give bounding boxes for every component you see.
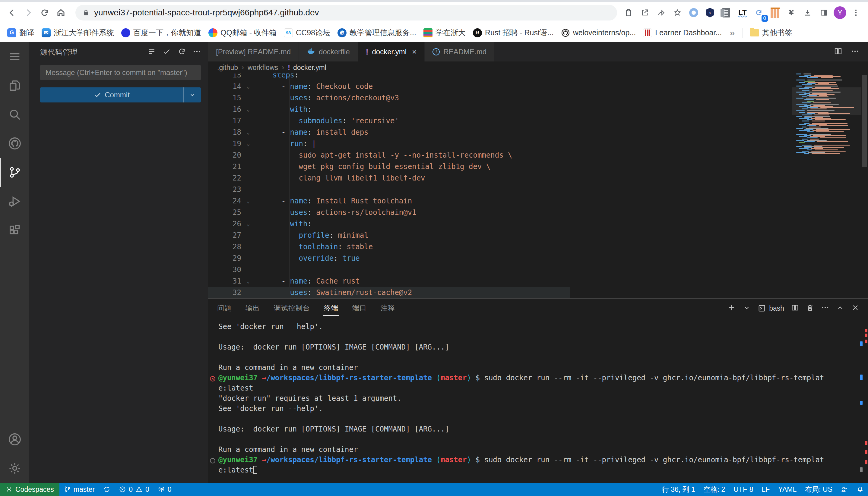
extension-circle-icon[interactable]: [687, 6, 700, 19]
panel-tab-调试控制台[interactable]: 调试控制台: [273, 301, 311, 316]
code-line[interactable]: 22 clang llvm libelf1 libelf-dev: [208, 172, 792, 184]
panel-action-trash[interactable]: [806, 304, 814, 313]
code-line[interactable]: 32 uses: Swatinem/rust-cache@v2: [208, 287, 792, 298]
panel-tab-问题[interactable]: 问题: [216, 301, 232, 316]
code-line[interactable]: 19⌄ run: |: [208, 138, 792, 150]
fold-chevron-icon[interactable]: ⌄: [241, 218, 255, 230]
status-problems[interactable]: 00: [115, 483, 153, 496]
status-cursor-position[interactable]: 行 36, 列 1: [658, 483, 699, 496]
puzzle-icon[interactable]: [785, 6, 798, 19]
code-line[interactable]: 24⌄ - name: Install Rust toolchain: [208, 195, 792, 207]
scm-action-refresh[interactable]: [177, 47, 186, 57]
breadcrumb-item[interactable]: workflows: [248, 64, 278, 72]
activitybar-search[interactable]: [0, 100, 29, 129]
shell-selector[interactable]: bash: [758, 304, 784, 312]
breadcrumb-file[interactable]: !docker.yml: [288, 63, 326, 72]
activitybar-explorer[interactable]: [0, 71, 29, 100]
bookmark-item[interactable]: QQ邮箱 - 收件箱: [205, 26, 280, 40]
reload-icon[interactable]: [38, 6, 51, 19]
activitybar-extensions[interactable]: [0, 216, 29, 245]
extension-shield-icon[interactable]: ›: [703, 6, 717, 19]
code-line[interactable]: 25 uses: actions-rs/toolchain@v1: [208, 207, 792, 218]
activitybar-menu[interactable]: [0, 42, 29, 71]
code-line[interactable]: 14⌄ - name: Checkout code: [208, 81, 792, 92]
bookmark-item[interactable]: 学在浙大: [420, 26, 469, 40]
status-codespaces[interactable]: Codespaces: [0, 483, 59, 496]
close-icon[interactable]: ×: [412, 47, 417, 57]
code-line[interactable]: 18⌄ - name: install deps: [208, 127, 792, 138]
bookmark-item[interactable]: 教教学管理信息服务...: [334, 26, 419, 40]
breadcrumb-item[interactable]: .github: [217, 64, 238, 72]
clipboard-icon[interactable]: [622, 6, 635, 19]
bookmark-item[interactable]: weloveinterns/op...: [558, 26, 639, 40]
status-keyboard-layout[interactable]: 布局: US: [801, 483, 837, 496]
panel-action-split-editor[interactable]: [791, 304, 799, 313]
tab--preview-readme-md[interactable]: [Preview] README.md: [208, 42, 299, 61]
code-line[interactable]: 17 submodules: 'recursive': [208, 115, 792, 127]
other-bookmarks[interactable]: 其他书签: [747, 26, 795, 40]
code-line[interactable]: 28 toolchain: stable: [208, 241, 792, 252]
sidebar-icon[interactable]: [817, 6, 830, 19]
status-branch[interactable]: master: [59, 483, 99, 496]
activitybar-account[interactable]: [0, 425, 29, 454]
status-notifications[interactable]: [852, 483, 868, 496]
download-icon[interactable]: [801, 6, 814, 19]
tab-readme-md[interactable]: iREADME.md: [425, 42, 495, 61]
tab-dockerfile[interactable]: dockerfile: [299, 42, 358, 61]
activitybar-source-control[interactable]: [0, 158, 29, 187]
fold-chevron-icon[interactable]: ⌄: [241, 138, 255, 150]
code-line[interactable]: 15 uses: actions/checkout@v3: [208, 92, 792, 104]
panel-action-chevron-up[interactable]: [836, 304, 844, 313]
scm-action-ellipsis[interactable]: [192, 47, 201, 57]
panel-action-add[interactable]: [728, 304, 736, 313]
editor-action-split-editor[interactable]: [834, 47, 843, 57]
status-feedback[interactable]: [837, 483, 852, 496]
bookmark-item[interactable]: ✉浙江大学邮件系统: [39, 26, 117, 40]
code-line[interactable]: 27 profile: minimal: [208, 230, 792, 241]
status-sync[interactable]: [99, 483, 115, 496]
back-icon[interactable]: [5, 6, 19, 19]
activitybar-settings-gear[interactable]: [0, 454, 29, 483]
breadcrumb[interactable]: .github›workflows›!docker.yml: [208, 61, 868, 74]
panel-action-close[interactable]: [851, 304, 859, 313]
fold-chevron-icon[interactable]: ⌄: [241, 195, 255, 207]
scm-action-check[interactable]: [162, 47, 171, 57]
code-line[interactable]: 21 wget pkg-config build-essential zlib1…: [208, 161, 792, 172]
tab-docker-yml[interactable]: !docker.yml×: [358, 42, 425, 61]
fold-chevron-icon[interactable]: ⌄: [241, 81, 255, 92]
status-indentation[interactable]: 空格: 2: [699, 483, 730, 496]
code-line[interactable]: 13 steps:: [208, 74, 792, 81]
status-encoding[interactable]: UTF-8: [729, 483, 757, 496]
open-in-new-icon[interactable]: [638, 6, 652, 19]
code-area[interactable]: 13 steps:14⌄ - name: Checkout code15 use…: [208, 74, 792, 298]
extension-pencils-icon[interactable]: [768, 6, 782, 19]
status-ports[interactable]: 0: [153, 483, 176, 496]
address-bar[interactable]: yunwei37-potential-space-trout-rpr5qwj66…: [75, 5, 617, 20]
commit-button[interactable]: Commit: [40, 88, 201, 103]
fold-chevron-icon[interactable]: ⌄: [241, 104, 255, 115]
star-icon[interactable]: [671, 6, 684, 19]
bookmark-item[interactable]: RRust 招聘 - Rust语...: [470, 26, 557, 40]
panel-tab-端口[interactable]: 端口: [351, 301, 367, 316]
browser-avatar[interactable]: Y: [834, 6, 846, 19]
home-icon[interactable]: [54, 6, 68, 19]
bookmark-item[interactable]: G翻译: [4, 26, 38, 40]
forward-icon[interactable]: [22, 6, 35, 19]
bookmark-item[interactable]: 百度一下，你就知道: [118, 26, 204, 40]
code-line[interactable]: 23: [208, 184, 792, 195]
commit-dropdown[interactable]: [183, 88, 201, 103]
browser-menu-icon[interactable]: [849, 6, 863, 19]
editor-scrollbar[interactable]: [862, 74, 868, 298]
scrollbar-thumb[interactable]: [862, 75, 867, 167]
code-line[interactable]: 16⌄ with:: [208, 104, 792, 115]
panel-action-ellipsis[interactable]: [821, 304, 829, 313]
panel-action-chevron-down[interactable]: [743, 304, 751, 313]
activitybar-debug[interactable]: [0, 187, 29, 216]
panel-tab-终端[interactable]: 终端: [323, 301, 339, 316]
panel-tab-注释[interactable]: 注释: [380, 301, 396, 316]
editor-action-ellipsis[interactable]: [851, 47, 859, 57]
bookmark-item[interactable]: Learner Dashboar...: [640, 26, 725, 40]
minimap-slider[interactable]: [792, 88, 862, 115]
bookmarks-overflow-chevron[interactable]: »: [726, 28, 738, 38]
code-line[interactable]: 30: [208, 264, 792, 275]
